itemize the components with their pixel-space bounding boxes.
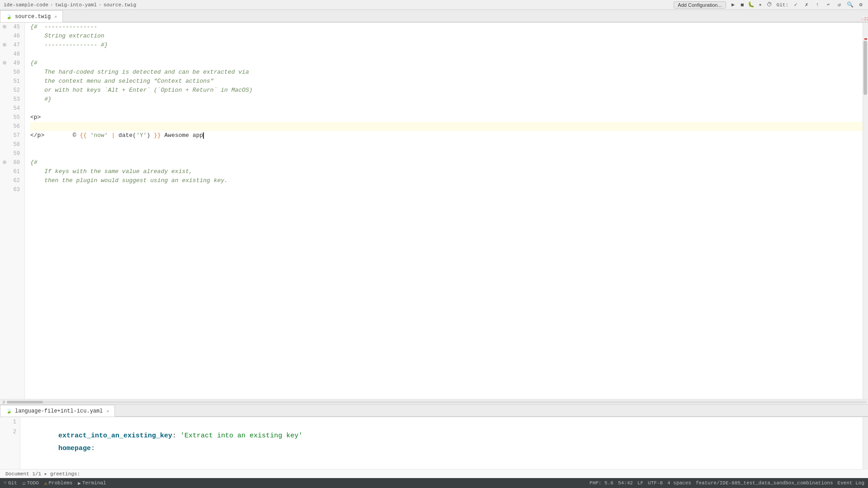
code-line-53: #}	[30, 95, 863, 104]
upper-editor-content: 45 46 47 48 49 50 51 52 53 54 55 56 57 5…	[0, 23, 868, 399]
code-line-61: If keys with the same value already exis…	[30, 167, 863, 176]
upper-code-area[interactable]: {# --------------- String extraction ---…	[25, 23, 863, 399]
language-file-icon: 🍃	[6, 408, 12, 414]
tab-source-twig[interactable]: 🍃 source.twig ✕	[0, 10, 63, 22]
terminal-icon: ▶	[78, 480, 81, 486]
line-number-60: 60	[0, 158, 24, 167]
code-line-52: or with hot keys `Alt + Enter` (`Option …	[30, 86, 863, 95]
stop-icon[interactable]: ◼	[739, 1, 746, 9]
code-line-59	[30, 149, 863, 158]
line-number-56: 56	[0, 122, 24, 131]
coverage-icon[interactable]: ✦	[757, 1, 764, 9]
branch-name: feature/IDE-685_test_data_sandbox_combin…	[696, 480, 833, 486]
breadcrumb: ide-sample-code › twig-into-yaml › sourc…	[4, 2, 136, 8]
git-push-icon[interactable]: ↑	[814, 1, 821, 9]
git-checkmark-icon[interactable]: ✓	[792, 1, 799, 9]
line-number-57: 57	[0, 131, 24, 140]
upper-editor: 45 46 47 48 49 50 51 52 53 54 55 56 57 5…	[0, 23, 868, 404]
line-number-62: 62	[0, 176, 24, 185]
line-number-48: 48	[0, 50, 24, 59]
line-number-46: 46	[0, 32, 24, 41]
code-line-46: String extraction	[30, 32, 863, 41]
debug-icon[interactable]: 🐛	[748, 1, 755, 9]
lower-scrollbar[interactable]	[863, 417, 868, 469]
settings-icon[interactable]: ⚙	[857, 1, 864, 9]
code-line-48	[30, 50, 863, 59]
upper-hscroll[interactable]: p	[0, 399, 868, 404]
lower-line-numbers: 1 2	[0, 417, 20, 469]
git-status-label: Git	[8, 480, 17, 486]
php-version: PHP: 5.6	[590, 480, 613, 486]
line-number-50: 50	[0, 68, 24, 77]
git-rollback-icon[interactable]: ↶	[825, 1, 832, 9]
problems-icon: ⚠	[44, 480, 47, 486]
todo-label: TODO	[27, 480, 38, 486]
lower-editor: 1 2 extract_into_an_existing_key: 'Extra…	[0, 417, 868, 478]
language-file-tab-close[interactable]: ✕	[106, 408, 109, 414]
event-log-button[interactable]: Event Log	[838, 480, 864, 486]
line-number-47: 47	[0, 41, 24, 50]
git-status[interactable]: ⑂ Git	[4, 480, 17, 486]
code-line-55: <p>	[30, 113, 863, 122]
code-line-45: {# ---------------	[30, 23, 863, 32]
run-toolbar: ▶ ◼ 🐛 ✦ ⏱	[730, 1, 773, 9]
code-line-54	[30, 104, 863, 113]
breadcrumb-part-3: source.twig	[104, 2, 137, 8]
top-bar: ide-sample-code › twig-into-yaml › sourc…	[0, 0, 868, 10]
hscroll-thumb[interactable]	[7, 401, 43, 404]
todo-icon: ☑	[23, 480, 26, 486]
hscroll-label: p	[1, 400, 7, 404]
upper-line-numbers: 45 46 47 48 49 50 51 52 53 54 55 56 57 5…	[0, 23, 25, 399]
problems-label: Problems	[48, 480, 72, 486]
hscroll-track[interactable]	[7, 401, 867, 404]
lower-code-area[interactable]: extract_into_an_existing_key: 'Extract i…	[20, 417, 863, 469]
lower-editor-content: 1 2 extract_into_an_existing_key: 'Extra…	[0, 417, 868, 469]
breadcrumb-part-1: ide-sample-code	[4, 2, 48, 8]
profiler-icon[interactable]: ⏱	[766, 1, 773, 9]
source-twig-tab-label: source.twig	[15, 14, 51, 20]
encoding: UTF-8	[648, 480, 663, 486]
code-line-56: © {{ 'now' | date('Y') }} Awesome app	[30, 122, 863, 131]
source-twig-tab-close[interactable]: ✕	[54, 14, 57, 19]
line-number-59: 59	[0, 149, 24, 158]
git-status-icon: ⑂	[4, 480, 7, 486]
problems-status[interactable]: ⚠ Problems	[44, 480, 72, 486]
line-number-53: 53	[0, 95, 24, 104]
code-line-63	[30, 185, 863, 194]
terminal-label: Terminal	[82, 480, 106, 486]
run-icon[interactable]: ▶	[730, 1, 737, 9]
code-line-47: --------------- #}	[30, 41, 863, 50]
lower-tab-bar: 🍃 language-file+intl-icu.yaml ✕	[0, 404, 868, 417]
line-number-55: 55	[0, 113, 24, 122]
warning-badge: ⚠22	[861, 16, 868, 22]
indent: 4 spaces	[667, 480, 691, 486]
git-refresh-icon[interactable]: ↺	[835, 1, 843, 9]
status-right: PHP: 5.6 54:42 LF UTF-8 4 spaces feature…	[590, 480, 864, 486]
code-line-49: {#	[30, 59, 863, 68]
git-cross-icon[interactable]: ✗	[803, 1, 810, 9]
lower-line-number-2: 2	[0, 427, 20, 437]
terminal-status[interactable]: ▶ Terminal	[78, 480, 106, 486]
todo-status[interactable]: ☑ TODO	[23, 480, 39, 486]
line-number-58: 58	[0, 140, 24, 149]
git-label: Git:	[777, 2, 788, 8]
status-bar: ⑂ Git ☑ TODO ⚠ Problems ▶ Terminal PHP: …	[0, 478, 868, 488]
line-number-63: 63	[0, 185, 24, 194]
lower-code-line-1: extract_into_an_existing_key: 'Extract i…	[26, 417, 863, 430]
line-number-51: 51	[0, 77, 24, 86]
line-number-45: 45	[0, 23, 24, 32]
toolbar-right: Add Configuration... ▶ ◼ 🐛 ✦ ⏱ Git: ✓ ✗ …	[674, 1, 864, 9]
line-number-61: 61	[0, 167, 24, 176]
code-line-58	[30, 140, 863, 149]
lower-breadcrumb: Document 1/1 ▸ greetings:	[5, 471, 80, 477]
upper-tab-bar: 🍃 source.twig ✕ ⚠22	[0, 10, 868, 23]
search-icon[interactable]: 🔍	[846, 1, 854, 9]
line-number-49: 49	[0, 59, 24, 68]
code-line-50: The hard-coded string is detected and ca…	[30, 68, 863, 77]
code-line-60: {#	[30, 158, 863, 167]
scroll-thumb[interactable]	[863, 41, 867, 95]
upper-scrollbar[interactable]: ▬	[863, 23, 868, 399]
tab-language-file[interactable]: 🍃 language-file+intl-icu.yaml ✕	[0, 405, 115, 417]
add-configuration-button[interactable]: Add Configuration...	[674, 1, 726, 9]
line-ending: LF	[637, 480, 643, 486]
